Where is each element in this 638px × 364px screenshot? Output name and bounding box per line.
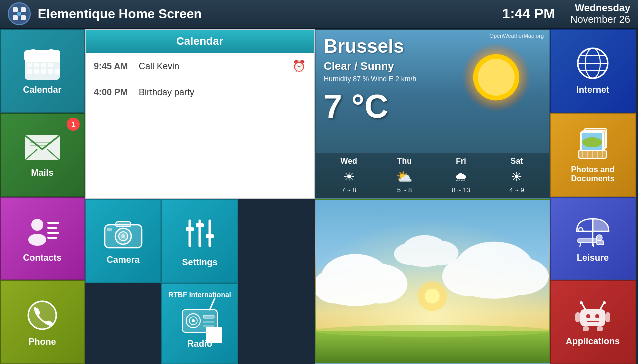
leisure-icon — [572, 214, 614, 249]
radio-station-label: RTBF International — [168, 291, 231, 299]
svg-rect-99 — [580, 309, 605, 326]
applications-label: Applications — [566, 336, 620, 347]
weather-condition: Clear / Sunny — [324, 60, 394, 73]
settings-label: Settings — [182, 257, 217, 268]
svg-rect-16 — [34, 69, 39, 74]
main-grid: Calendar 1 Mails — [0, 29, 638, 364]
phone-tile[interactable]: Phone — [0, 280, 85, 364]
forecast-row: Wed ☀ 7 ~ 8 Thu ⛅ 5 ~ 8 Fri 🌧 8 ~ 13 Sat… — [316, 153, 549, 198]
svg-rect-94 — [578, 239, 597, 243]
svg-rect-12 — [34, 63, 39, 67]
mails-label: Mails — [31, 168, 53, 178]
svg-rect-109 — [575, 312, 580, 322]
mail-icon — [22, 131, 62, 164]
photos-docs-icon — [572, 126, 614, 161]
svg-rect-18 — [48, 69, 53, 74]
forecast-sat: Sat ☀ 4 ~ 9 — [509, 157, 524, 194]
right-column: Internet Photos and — [550, 29, 636, 364]
contacts-label: Contacts — [23, 253, 61, 263]
header: Elementique Home Screen 1:44 PM Wednesda… — [0, 0, 638, 29]
svg-rect-2 — [21, 7, 26, 12]
event-1-name: Call Kevin — [139, 61, 292, 72]
svg-rect-11 — [27, 63, 32, 67]
calendar-widget-header: Calendar — [86, 30, 314, 53]
event-2-time: 4:00 PM — [94, 87, 139, 98]
calendar-tile[interactable]: Calendar — [0, 29, 85, 113]
svg-rect-4 — [21, 15, 26, 20]
svg-rect-13 — [41, 63, 46, 67]
internet-icon — [573, 46, 613, 81]
svg-point-66 — [450, 257, 539, 298]
internet-tile[interactable]: Internet — [550, 29, 636, 113]
date-number: November 26 — [570, 14, 630, 25]
svg-rect-107 — [583, 326, 589, 331]
svg-point-98 — [596, 235, 602, 241]
svg-point-74 — [316, 325, 549, 337]
landscape-photo-tile — [315, 199, 550, 364]
sun-graphic — [459, 40, 534, 115]
svg-rect-14 — [48, 63, 53, 67]
applications-tile[interactable]: Applications — [550, 280, 636, 364]
camera-tile[interactable]: Camera — [85, 199, 161, 283]
radio-tile[interactable]: RTBF International Radio — [161, 283, 238, 364]
settings-tile[interactable]: Settings — [161, 199, 238, 283]
calendar-widget: Calendar 9:45 AM Call Kevin ⏰ 4:00 PM Bi… — [85, 29, 315, 199]
weather-humidity: Humidity 87 % Wind E 2 km/h — [324, 75, 416, 83]
settings-icon — [180, 213, 220, 253]
alarm-icon: ⏰ — [292, 60, 306, 73]
svg-point-104 — [586, 314, 590, 318]
svg-point-101 — [580, 301, 583, 304]
android-icon — [573, 298, 613, 332]
radio-stop-button[interactable] — [206, 327, 222, 343]
svg-point-103 — [603, 301, 606, 304]
day-name: Wednesday — [570, 2, 630, 14]
svg-rect-53 — [206, 234, 214, 238]
svg-point-27 — [31, 219, 43, 231]
svg-point-84 — [582, 137, 602, 147]
photos-docs-label: Photos and Documents — [551, 165, 635, 183]
svg-rect-17 — [41, 69, 46, 74]
svg-point-56 — [478, 59, 515, 96]
svg-rect-19 — [55, 69, 60, 74]
left-column: Calendar 1 Mails — [0, 29, 85, 364]
contacts-tile[interactable]: Contacts — [0, 197, 85, 281]
photos-docs-tile[interactable]: Photos and Documents — [550, 113, 636, 197]
svg-point-70 — [400, 243, 450, 267]
svg-point-28 — [28, 234, 46, 246]
weather-city: Brussels — [324, 36, 404, 57]
internet-label: Internet — [576, 85, 609, 95]
svg-rect-21 — [49, 49, 53, 56]
current-date: Wednesday November 26 — [570, 2, 630, 25]
svg-rect-110 — [605, 312, 610, 322]
leisure-label: Leisure — [577, 253, 609, 263]
forecast-fri: Fri 🌧 8 ~ 13 — [452, 157, 470, 194]
weather-attribution: OpenWeatherMap.org — [489, 33, 544, 39]
svg-rect-3 — [13, 15, 18, 20]
camera-icon — [101, 216, 146, 251]
svg-rect-20 — [31, 49, 35, 56]
mails-tile[interactable]: 1 Mails — [0, 113, 85, 197]
forecast-thu: Thu ⛅ 5 ~ 8 — [396, 157, 412, 194]
calendar-icon — [22, 46, 62, 81]
svg-point-72 — [425, 289, 440, 304]
svg-line-38 — [210, 298, 215, 310]
contacts-icon — [22, 214, 62, 249]
svg-rect-9 — [25, 51, 60, 61]
svg-rect-39 — [203, 315, 214, 318]
leisure-tile[interactable]: Leisure — [550, 197, 636, 281]
event-1-time: 9:45 AM — [94, 61, 139, 72]
phone-label: Phone — [28, 337, 56, 347]
mails-badge: 1 — [67, 118, 80, 131]
bottom-center: RTBF International Radio — [85, 199, 315, 364]
svg-point-5 — [17, 12, 21, 16]
calendar-event-1[interactable]: 9:45 AM Call Kevin ⏰ — [86, 53, 314, 80]
svg-rect-40 — [203, 321, 214, 323]
svg-rect-47 — [107, 228, 112, 231]
svg-rect-15 — [27, 69, 32, 74]
svg-point-105 — [595, 314, 599, 318]
calendar-event-2[interactable]: 4:00 PM Birthday party — [86, 80, 314, 105]
weather-temperature: 7 °C — [324, 87, 388, 125]
app-logo-icon — [8, 2, 31, 25]
svg-point-62 — [316, 266, 395, 306]
svg-rect-49 — [186, 227, 194, 231]
